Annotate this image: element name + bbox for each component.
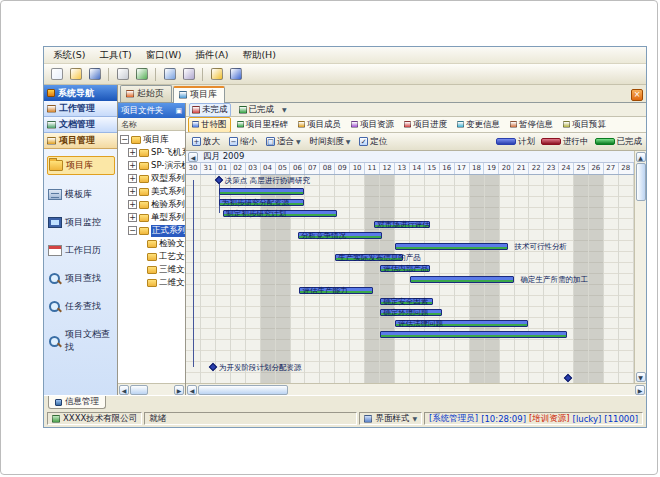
scroll-left-button[interactable]: ◀	[119, 385, 129, 395]
folder-tree-hscrollbar[interactable]: ◀ ▶	[118, 383, 185, 395]
view-tab-pauses[interactable]: 暂停信息	[506, 117, 557, 133]
sidebar-section-documents[interactable]: 文档管理	[44, 117, 117, 133]
window-layout-button[interactable]	[161, 66, 178, 83]
sidebar-item-project-doc-search[interactable]: 项目文档查找	[47, 326, 115, 356]
zoom-out-button-label: 缩小	[240, 136, 257, 148]
tree-node[interactable]: +单型系列	[118, 211, 185, 224]
tab-start-page[interactable]: 起始页	[120, 85, 172, 102]
legend-planned: 计划	[496, 136, 535, 148]
tab-project-library[interactable]: 项目库	[173, 86, 225, 103]
pin-icon[interactable]: ▣	[175, 107, 182, 115]
tree-expander-icon[interactable]: −	[128, 226, 137, 235]
scroll-thumb[interactable]	[130, 385, 148, 395]
view-tab-members[interactable]: 项目成员	[294, 117, 345, 133]
day-header-cell: 11	[365, 163, 380, 174]
tree-node[interactable]: +SP-飞机系列	[118, 146, 185, 159]
menu-tools[interactable]: 工具(T)	[92, 48, 138, 63]
gantt-hscrollbar[interactable]: ◀ ▶	[186, 383, 646, 395]
hscroll-thumb[interactable]	[198, 385, 288, 395]
folder-icon	[139, 214, 149, 222]
tree-node[interactable]: +双型系列	[118, 172, 185, 185]
gantt-task-label: 制定初步研究计划	[226, 208, 286, 219]
info-management-tab[interactable]: 信息管理	[48, 396, 106, 409]
legend-planned-label: 计划	[518, 136, 535, 148]
print-button[interactable]	[114, 66, 131, 83]
day-header-cell: 18	[470, 163, 485, 174]
vscroll-thumb[interactable]	[636, 163, 646, 201]
sidebar-item-project-library[interactable]: 项目库	[47, 156, 115, 175]
menu-window[interactable]: 窗口(W)	[139, 48, 189, 63]
view-tab-members-icon	[298, 121, 305, 128]
tree-node[interactable]: +SP-演示机系	[118, 159, 185, 172]
gantt-task-bar[interactable]	[410, 276, 514, 283]
tree-node-label: 三维文件	[159, 264, 185, 276]
sidebar-section-projects[interactable]: 项目管理	[44, 133, 117, 149]
time-scale-dropdown[interactable]: 时间刻度▼	[308, 135, 353, 149]
tree-node[interactable]: 二维文件	[118, 276, 185, 289]
sidebar-item-task-search[interactable]: 任务查找	[47, 298, 115, 315]
filter-bar: 未完成已完成▼	[186, 103, 646, 117]
locate-button[interactable]: ✓定位	[357, 135, 389, 149]
scroll-right-button[interactable]: ▶	[635, 385, 645, 395]
open-folder-icon	[70, 68, 82, 80]
month-prev-button[interactable]: ◀	[188, 152, 198, 162]
view-tab-gantt[interactable]: 甘特图	[188, 117, 231, 133]
tree-expander-icon[interactable]: +	[128, 213, 137, 222]
menu-help[interactable]: 帮助(H)	[235, 48, 283, 63]
scroll-left-button[interactable]: ◀	[187, 385, 197, 395]
zoom-out-button[interactable]: −缩小	[227, 135, 259, 149]
menu-system[interactable]: 系统(S)	[46, 48, 92, 63]
tree-expander-icon[interactable]: +	[128, 161, 137, 170]
tree-expander-icon[interactable]: −	[120, 135, 129, 144]
sidebar-section-work[interactable]: 工作管理	[44, 101, 117, 117]
ui-style-cell[interactable]: 界面样式 ▼	[359, 412, 422, 425]
tree-node[interactable]: 工艺文件	[118, 250, 185, 263]
zoom-in-button[interactable]: +放大	[190, 135, 222, 149]
tree-node[interactable]: 三维文件	[118, 263, 185, 276]
gantt-vscrollbar[interactable]: ▲ ▼	[634, 151, 646, 383]
chevron-down-icon[interactable]: ▼	[282, 106, 287, 113]
tree-expander-icon[interactable]: +	[128, 148, 137, 157]
gantt-task-bar[interactable]	[395, 243, 507, 250]
tree-node[interactable]: −正式系列	[118, 224, 185, 237]
tree-node[interactable]: −项目库	[118, 133, 185, 146]
tree-node[interactable]: 检验文件	[118, 237, 185, 250]
folder-icon	[139, 149, 149, 157]
filter-completed[interactable]: 已完成	[236, 103, 278, 117]
tree-expander-icon[interactable]: +	[128, 187, 137, 196]
sidebar-item-template-library[interactable]: 模板库	[47, 186, 115, 203]
tree-node[interactable]: +检验系列	[118, 198, 185, 211]
toolbar-separator	[155, 68, 156, 81]
tree-node-label: 二维文件	[159, 277, 185, 289]
settings-button[interactable]	[180, 66, 197, 83]
view-tab-gantt-label: 甘特图	[201, 119, 227, 131]
scroll-right-button[interactable]: ▶	[174, 385, 184, 395]
view-tab-budget[interactable]: 项目预算	[559, 117, 610, 133]
tree-expander-icon[interactable]: +	[128, 174, 137, 183]
scroll-down-button[interactable]: ▼	[636, 372, 646, 382]
tree-expander-icon[interactable]: +	[128, 200, 137, 209]
view-tab-resources[interactable]: 项目资源	[347, 117, 398, 133]
refresh-button[interactable]	[133, 66, 150, 83]
sidebar-item-work-calendar[interactable]: 工作日历	[47, 242, 115, 259]
filter-unfinished[interactable]: 未完成	[189, 103, 231, 117]
help-button[interactable]	[227, 66, 244, 83]
view-tab-progress[interactable]: 项目进度	[400, 117, 451, 133]
gantt-task-bar[interactable]	[219, 188, 305, 195]
sidebar-item-project-search[interactable]: 项目查找	[47, 270, 115, 287]
save-button[interactable]	[86, 66, 103, 83]
view-tab-milestones[interactable]: 项目里程碑	[233, 117, 293, 133]
close-tab-button[interactable]: ×	[631, 89, 643, 101]
view-tab-changes[interactable]: 变更信息	[453, 117, 504, 133]
day-header-cell: 24	[559, 163, 574, 174]
open-folder-button[interactable]	[67, 66, 84, 83]
gantt-task-bar[interactable]	[380, 331, 567, 338]
scroll-up-button[interactable]: ▲	[636, 152, 646, 162]
tree-node[interactable]: +美式系列	[118, 185, 185, 198]
fit-button[interactable]: □适合▼	[264, 135, 303, 149]
bottom-tab-bar: 信息管理	[44, 395, 646, 410]
sidebar-item-project-monitor[interactable]: 项目监控	[47, 214, 115, 231]
lock-button[interactable]	[208, 66, 225, 83]
new-button[interactable]	[48, 66, 65, 83]
menu-plugins[interactable]: 插件(A)	[188, 48, 235, 63]
